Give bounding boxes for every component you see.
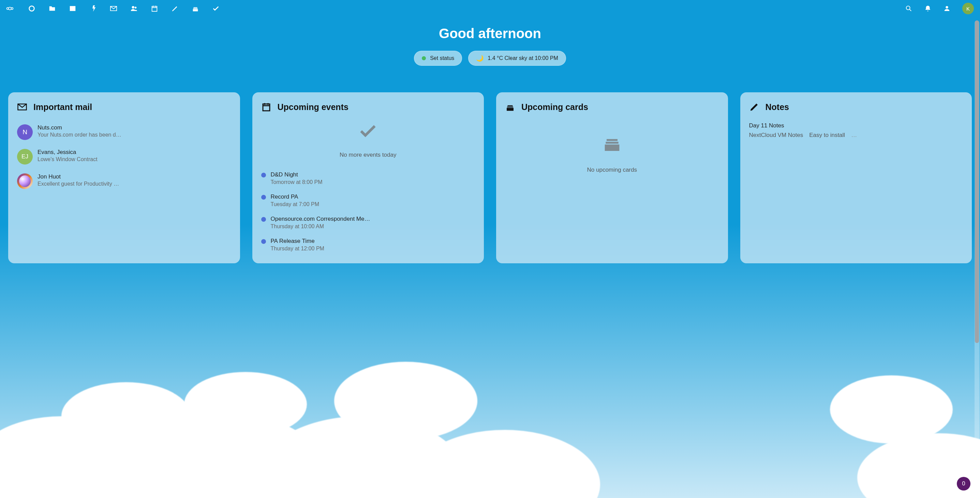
events-empty-today: No more events today bbox=[261, 121, 475, 159]
weather-moon-icon: 🌙 bbox=[476, 54, 484, 62]
photos-icon[interactable] bbox=[69, 5, 76, 12]
contacts-menu-icon[interactable] bbox=[943, 5, 951, 12]
widget-notes: Notes Day 11 Notes NextCloud VM Notes Ea… bbox=[740, 92, 972, 263]
tasks-icon[interactable] bbox=[212, 5, 220, 12]
event-title: Record PA bbox=[271, 193, 475, 200]
event-title: Opensource.com Correspondent Me… bbox=[271, 216, 475, 222]
mail-widget-icon bbox=[17, 102, 27, 112]
widget-upcoming-cards: Upcoming cards No upcoming cards bbox=[496, 92, 728, 263]
svg-point-5 bbox=[135, 7, 137, 9]
mail-from: Jon Huot bbox=[38, 173, 231, 180]
scrollbar[interactable] bbox=[975, 21, 979, 495]
mail-avatar bbox=[17, 173, 33, 189]
widget-grid: Important mail N Nuts.com Your Nuts.com … bbox=[0, 92, 980, 263]
svg-point-7 bbox=[945, 6, 948, 8]
event-item[interactable]: Opensource.com Correspondent Me… Thursda… bbox=[261, 212, 475, 234]
cards-empty: No upcoming cards bbox=[505, 132, 719, 173]
nextcloud-logo[interactable] bbox=[6, 5, 14, 12]
event-dot-icon bbox=[261, 195, 266, 200]
svg-point-6 bbox=[906, 6, 910, 10]
notes-widget-title: Notes bbox=[765, 102, 789, 112]
event-title: PA Release Time bbox=[271, 238, 475, 244]
notes-icon[interactable] bbox=[171, 5, 179, 12]
dashboard-icon[interactable] bbox=[28, 5, 35, 12]
events-widget-title: Upcoming events bbox=[278, 102, 348, 112]
event-dot-icon bbox=[261, 239, 266, 244]
scrollbar-thumb[interactable] bbox=[975, 21, 979, 343]
cards-widget-title: Upcoming cards bbox=[521, 102, 588, 112]
mail-widget-title: Important mail bbox=[33, 102, 92, 112]
mail-subject: Your Nuts.com order has been d… bbox=[38, 132, 231, 138]
mail-from: Nuts.com bbox=[38, 124, 231, 131]
event-time: Thursday at 12:00 PM bbox=[271, 246, 475, 252]
event-title: D&D Night bbox=[271, 171, 475, 178]
mail-icon[interactable] bbox=[110, 5, 117, 12]
event-dot-icon bbox=[261, 173, 266, 178]
note-item[interactable]: Day 11 Notes bbox=[749, 121, 963, 130]
floating-counter-badge[interactable]: 0 bbox=[957, 477, 970, 490]
mail-item[interactable]: N Nuts.com Your Nuts.com order has been … bbox=[17, 121, 231, 146]
svg-point-3 bbox=[29, 6, 35, 11]
set-status-button[interactable]: Set status bbox=[414, 51, 462, 66]
search-icon[interactable] bbox=[905, 5, 913, 12]
set-status-label: Set status bbox=[430, 55, 454, 61]
mail-avatar: EJ bbox=[17, 149, 33, 165]
mail-subject: Excellent guest for Productivity … bbox=[38, 181, 231, 187]
cards-empty-text: No upcoming cards bbox=[505, 167, 719, 173]
event-item[interactable]: D&D Night Tomorrow at 8:00 PM bbox=[261, 168, 475, 190]
status-online-dot bbox=[422, 56, 426, 60]
svg-point-2 bbox=[11, 8, 13, 10]
notifications-icon[interactable] bbox=[924, 5, 932, 12]
mail-item[interactable]: Jon Huot Excellent guest for Productivit… bbox=[17, 170, 231, 195]
mail-item[interactable]: EJ Evans, Jessica Lowe's Window Contract bbox=[17, 146, 231, 170]
events-empty-today-text: No more events today bbox=[261, 152, 475, 159]
svg-point-4 bbox=[132, 6, 134, 8]
top-nav: K bbox=[0, 0, 980, 17]
files-icon[interactable] bbox=[48, 5, 56, 12]
event-time: Tomorrow at 8:00 PM bbox=[271, 179, 475, 185]
user-avatar[interactable]: K bbox=[962, 3, 974, 14]
calendar-widget-icon bbox=[261, 102, 271, 112]
checkmark-icon bbox=[358, 121, 378, 141]
mail-subject: Lowe's Window Contract bbox=[38, 156, 231, 162]
widget-important-mail: Important mail N Nuts.com Your Nuts.com … bbox=[8, 92, 240, 263]
weather-text: 1.4 °C Clear sky at 10:00 PM bbox=[488, 55, 558, 61]
contacts-icon[interactable] bbox=[130, 5, 138, 12]
event-item[interactable]: PA Release Time Thursday at 12:00 PM bbox=[261, 234, 475, 257]
dashboard-hero: Good afternoon Set status 🌙 1.4 °C Clear… bbox=[0, 26, 980, 66]
event-time: Tuesday at 7:00 PM bbox=[271, 201, 475, 208]
event-time: Thursday at 10:00 AM bbox=[271, 224, 475, 230]
event-dot-icon bbox=[261, 217, 266, 222]
mail-avatar: N bbox=[17, 124, 33, 140]
calendar-icon[interactable] bbox=[151, 5, 158, 12]
activity-icon[interactable] bbox=[89, 5, 97, 12]
note-more: … bbox=[851, 132, 857, 139]
background-clouds bbox=[0, 224, 980, 498]
note-title: NextCloud VM Notes bbox=[749, 132, 803, 139]
notes-widget-icon bbox=[749, 102, 759, 112]
mail-from: Evans, Jessica bbox=[38, 149, 231, 155]
note-excerpt: Easy to install bbox=[809, 132, 845, 139]
note-item[interactable]: NextCloud VM Notes Easy to install … bbox=[749, 130, 963, 140]
deck-icon[interactable] bbox=[192, 5, 199, 12]
weather-button[interactable]: 🌙 1.4 °C Clear sky at 10:00 PM bbox=[468, 51, 566, 66]
deck-empty-icon bbox=[601, 132, 623, 154]
widget-upcoming-events: Upcoming events No more events today D&D… bbox=[252, 92, 484, 263]
event-item[interactable]: Record PA Tuesday at 7:00 PM bbox=[261, 190, 475, 212]
greeting-title: Good afternoon bbox=[0, 26, 980, 41]
deck-widget-icon bbox=[505, 102, 515, 112]
